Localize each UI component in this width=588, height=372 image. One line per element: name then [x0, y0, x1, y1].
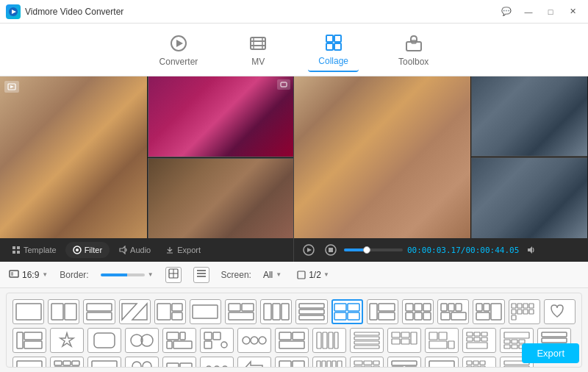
svg-rect-151	[92, 361, 117, 368]
nav-item-collage[interactable]: Collage	[308, 28, 359, 72]
template-dots-3[interactable]	[200, 357, 234, 368]
screen-select[interactable]: All ▼	[263, 270, 282, 280]
tab-template[interactable]: Template	[6, 238, 62, 262]
template-five-top[interactable]	[367, 299, 398, 324]
svg-rect-178	[373, 366, 379, 368]
template-gear-sq[interactable]	[200, 328, 234, 353]
collage-cell-1[interactable]	[0, 76, 147, 238]
minimize-btn[interactable]: —	[519, 5, 538, 18]
nav-item-converter[interactable]: Converter	[149, 29, 209, 71]
template-star[interactable]	[50, 328, 84, 353]
export-button[interactable]: Export	[522, 343, 579, 363]
template-seven[interactable]	[437, 299, 469, 324]
svg-rect-191	[473, 366, 478, 368]
page-dropdown-arrow: ▼	[323, 271, 329, 278]
nav-item-toolbox[interactable]: Toolbox	[388, 29, 439, 71]
template-quad-left[interactable]	[154, 299, 186, 324]
ratio-select[interactable]: 16:9 ▼	[9, 270, 48, 280]
svg-rect-129	[467, 337, 473, 341]
collage-cell-2[interactable]	[148, 76, 293, 157]
template-diagonal[interactable]	[119, 299, 151, 324]
template-grid-2x3[interactable]	[387, 328, 421, 353]
template-rect-wide[interactable]	[190, 299, 221, 324]
template-arrows[interactable]	[237, 357, 271, 368]
template-six-v[interactable]	[312, 357, 346, 368]
template-nine[interactable]	[509, 299, 540, 324]
template-grid-3x2[interactable]	[425, 328, 459, 353]
svg-point-155	[143, 362, 151, 368]
nav-item-mv[interactable]: MV	[237, 29, 279, 71]
template-grid-2x4[interactable]	[462, 328, 496, 353]
color-btn-2[interactable]	[193, 267, 209, 283]
svg-rect-157	[167, 363, 179, 368]
play-btn[interactable]	[300, 244, 318, 256]
right-preview-main	[294, 76, 470, 238]
svg-rect-44	[157, 304, 171, 320]
template-two-sq[interactable]	[162, 357, 196, 368]
ratio-value: 16:9	[22, 270, 39, 280]
progress-bar[interactable]	[344, 248, 403, 251]
collage-preview-left	[0, 76, 294, 238]
template-five-h[interactable]	[275, 357, 309, 368]
template-triptych-v[interactable]	[295, 299, 327, 324]
template-three-bottom[interactable]	[12, 357, 46, 368]
template-three-circles[interactable]	[237, 328, 271, 353]
message-btn[interactable]: 💬	[497, 5, 516, 18]
template-circles-2[interactable]	[125, 357, 159, 368]
template-single[interactable]	[12, 299, 44, 324]
svg-rect-189	[480, 361, 485, 365]
template-quad[interactable]	[331, 299, 363, 324]
svg-point-104	[251, 337, 258, 344]
svg-rect-52	[273, 304, 280, 320]
tab-audio[interactable]: Audio	[112, 238, 157, 262]
template-puzzle[interactable]	[275, 328, 309, 353]
template-tab-label: Template	[24, 246, 57, 254]
svg-rect-78	[476, 312, 490, 320]
template-heart[interactable]	[544, 299, 576, 324]
template-quad-special[interactable]	[162, 328, 196, 353]
template-two-bottom[interactable]	[87, 357, 121, 368]
tab-export[interactable]: Export	[159, 238, 207, 262]
svg-rect-9	[326, 43, 333, 50]
template-triptych-h[interactable]	[260, 299, 292, 324]
svg-point-21	[76, 248, 79, 251]
svg-rect-55	[299, 310, 324, 314]
svg-rect-128	[481, 332, 487, 336]
volume-btn[interactable]	[523, 245, 539, 255]
svg-rect-127	[474, 332, 480, 336]
svg-rect-75	[476, 304, 482, 311]
right-preview-top	[471, 76, 587, 157]
maximize-btn[interactable]: □	[541, 5, 560, 18]
template-six-grid[interactable]	[462, 357, 496, 368]
progress-handle[interactable]	[363, 246, 370, 254]
template-six[interactable]	[402, 299, 434, 324]
template-split-h[interactable]	[48, 299, 79, 324]
collage-cell-3[interactable]	[148, 158, 293, 238]
svg-rect-61	[370, 304, 377, 320]
template-vertical-5[interactable]	[312, 328, 346, 353]
page-indicator: 1/2 ▼	[296, 270, 329, 280]
svg-rect-187	[467, 361, 472, 365]
template-split-v[interactable]	[83, 299, 115, 324]
template-circles[interactable]	[125, 328, 159, 353]
stop-btn[interactable]	[322, 244, 340, 256]
svg-rect-84	[517, 310, 522, 314]
svg-rect-60	[348, 312, 359, 320]
template-horizontal-4[interactable]	[350, 328, 384, 353]
template-rounded-sq[interactable]	[87, 328, 121, 353]
template-three-top[interactable]	[50, 357, 84, 368]
template-strip-left[interactable]	[12, 328, 46, 353]
svg-rect-66	[423, 304, 431, 311]
template-triple-h[interactable]	[387, 357, 421, 368]
template-quad-h[interactable]	[425, 357, 459, 368]
template-five-grid[interactable]	[350, 357, 384, 368]
template-2v[interactable]	[225, 299, 257, 324]
tab-filter[interactable]: Filter	[65, 242, 110, 258]
color-btn-1[interactable]	[165, 267, 182, 283]
svg-rect-74	[451, 312, 466, 320]
template-eight[interactable]	[473, 299, 504, 324]
close-btn[interactable]: ✕	[563, 5, 582, 18]
border-slider[interactable]	[101, 273, 145, 276]
svg-rect-169	[322, 361, 326, 368]
svg-rect-190	[467, 366, 472, 368]
